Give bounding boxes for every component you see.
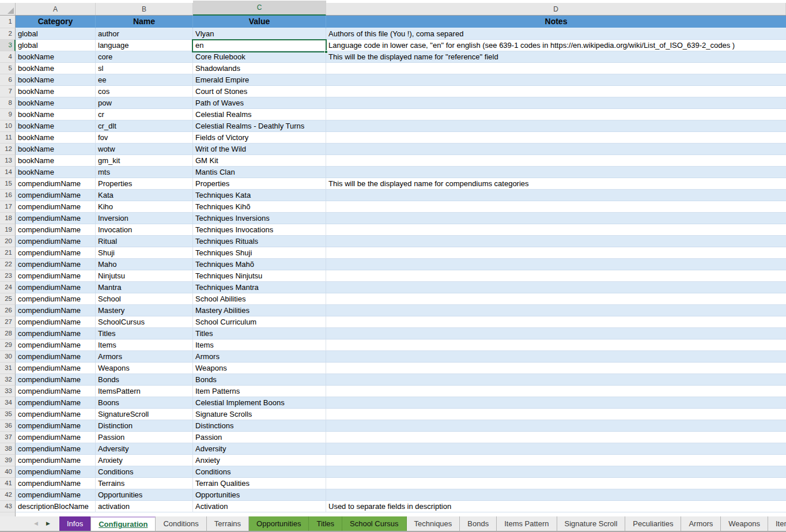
cell-notes[interactable] — [326, 155, 786, 167]
cell-name[interactable]: Titles — [96, 328, 193, 339]
cell-name[interactable]: Adversity — [96, 443, 193, 455]
cell-category[interactable]: compendiumName — [16, 201, 96, 213]
cell-name[interactable]: Maho — [96, 259, 193, 270]
row-number[interactable]: 14 — [0, 167, 16, 178]
row-number[interactable]: 20 — [0, 236, 16, 247]
row-number[interactable]: 37 — [0, 432, 16, 443]
cell-value[interactable]: School Curriculum — [193, 316, 326, 328]
cell-value[interactable]: en — [193, 40, 326, 51]
cell-value[interactable]: Vlyan — [193, 28, 326, 40]
row-number[interactable]: 7 — [0, 86, 16, 97]
cell-name[interactable]: Inversion — [96, 213, 193, 224]
column-title-value[interactable]: Value — [193, 16, 326, 28]
row-number[interactable]: 32 — [0, 374, 16, 386]
sheet-tab-bonds[interactable]: Bonds — [460, 516, 497, 531]
cell-value[interactable]: Items — [193, 339, 326, 351]
cell-notes[interactable] — [326, 420, 786, 432]
cell-notes[interactable] — [326, 97, 786, 109]
cell-category[interactable]: compendiumName — [16, 363, 96, 374]
cell-name[interactable]: wotw — [96, 144, 193, 155]
row-number[interactable]: 16 — [0, 190, 16, 201]
cell-value[interactable]: Path of Waves — [193, 97, 326, 109]
cell-name[interactable]: Invocation — [96, 224, 193, 236]
cell-notes[interactable] — [326, 386, 786, 397]
cell-name[interactable]: Armors — [96, 351, 193, 363]
row-number[interactable]: 8 — [0, 97, 16, 109]
cell-notes[interactable]: Used to separate fields in description — [326, 501, 786, 512]
row-number[interactable]: 28 — [0, 328, 16, 339]
cell-category[interactable]: compendiumName — [16, 316, 96, 328]
cell-category[interactable]: bookName — [16, 109, 96, 120]
cell-notes[interactable] — [326, 74, 786, 86]
sheet-tab-conditions[interactable]: Conditions — [156, 516, 206, 531]
cell-value[interactable]: Techniques Rituals — [193, 236, 326, 247]
cell-notes[interactable] — [326, 224, 786, 236]
sheet-tab-configuration[interactable]: Configuration — [90, 516, 156, 531]
cell-notes[interactable] — [326, 213, 786, 224]
cell-value[interactable]: Writ of the Wild — [193, 144, 326, 155]
cell-notes[interactable] — [326, 86, 786, 97]
cell-value[interactable]: Distinctions — [193, 420, 326, 432]
cell-name[interactable]: Anxiety — [96, 455, 193, 466]
cell-category[interactable]: compendiumName — [16, 374, 96, 386]
cell-category[interactable]: bookName — [16, 51, 96, 63]
cell-notes[interactable] — [326, 305, 786, 316]
cell-value[interactable]: School Abilities — [193, 293, 326, 305]
row-number[interactable]: 9 — [0, 109, 16, 120]
cell-name[interactable]: Mastery — [96, 305, 193, 316]
cell-notes[interactable] — [326, 432, 786, 443]
cell-category[interactable]: descriptionBlocName — [16, 501, 96, 512]
column-header-C[interactable]: C — [193, 1, 326, 16]
column-title-category[interactable]: Category — [16, 16, 96, 28]
cell-name[interactable]: cr_dlt — [96, 120, 193, 132]
cell-value[interactable]: Celestial Realms — [193, 109, 326, 120]
cell-name[interactable]: Properties — [96, 178, 193, 190]
cell-value[interactable]: Court of Stones — [193, 86, 326, 97]
column-title-notes[interactable]: Notes — [326, 16, 786, 28]
cell-value[interactable]: Mantis Clan — [193, 167, 326, 178]
cell-notes[interactable] — [326, 455, 786, 466]
cell-category[interactable]: bookName — [16, 86, 96, 97]
column-header-D[interactable]: D — [326, 3, 786, 15]
cell-category[interactable]: compendiumName — [16, 409, 96, 420]
cell-category[interactable]: bookName — [16, 97, 96, 109]
cell-category[interactable]: global — [16, 40, 96, 51]
row-number[interactable]: 2 — [0, 28, 16, 40]
cell-notes[interactable] — [326, 489, 786, 501]
row-number[interactable]: 26 — [0, 305, 16, 316]
cell-value[interactable]: Emerald Empire — [193, 74, 326, 86]
cell-notes[interactable] — [326, 132, 786, 144]
row-number[interactable]: 23 — [0, 270, 16, 282]
cell-category[interactable]: bookName — [16, 132, 96, 144]
cell-notes[interactable] — [326, 363, 786, 374]
cell-value[interactable]: Weapons — [193, 363, 326, 374]
row-number[interactable]: 41 — [0, 478, 16, 489]
cell-notes[interactable]: Language code in lower case, "en" for en… — [326, 40, 786, 51]
cell-name[interactable]: Bonds — [96, 374, 193, 386]
cell-notes[interactable] — [326, 293, 786, 305]
cell-category[interactable]: compendiumName — [16, 443, 96, 455]
sheet-tab-armors[interactable]: Armors — [681, 516, 721, 531]
row-number[interactable]: 4 — [0, 51, 16, 63]
cell-name[interactable]: Shuji — [96, 247, 193, 259]
cell-name[interactable]: SignatureScroll — [96, 409, 193, 420]
cell-name[interactable]: cos — [96, 86, 193, 97]
cell-category[interactable]: compendiumName — [16, 305, 96, 316]
cell-name[interactable]: activation — [96, 501, 193, 512]
sheet-tab-terrains[interactable]: Terrains — [207, 516, 249, 531]
cell-notes[interactable]: This will be the displayed name for "ref… — [326, 51, 786, 63]
cell-category[interactable]: compendiumName — [16, 213, 96, 224]
cell-notes[interactable] — [326, 443, 786, 455]
cell-value[interactable]: Techniques Mantra — [193, 282, 326, 293]
cell-category[interactable]: bookName — [16, 74, 96, 86]
cell-value[interactable]: Techniques Shuji — [193, 247, 326, 259]
cell-notes[interactable] — [326, 190, 786, 201]
row-number[interactable]: 15 — [0, 178, 16, 190]
cell-value[interactable]: Shadowlands — [193, 63, 326, 74]
cell-value[interactable]: Properties — [193, 178, 326, 190]
cell-name[interactable]: Mantra — [96, 282, 193, 293]
cell-category[interactable]: compendiumName — [16, 224, 96, 236]
row-number[interactable]: 17 — [0, 201, 16, 213]
cell-value[interactable]: Armors — [193, 351, 326, 363]
cell-name[interactable]: Kiho — [96, 201, 193, 213]
